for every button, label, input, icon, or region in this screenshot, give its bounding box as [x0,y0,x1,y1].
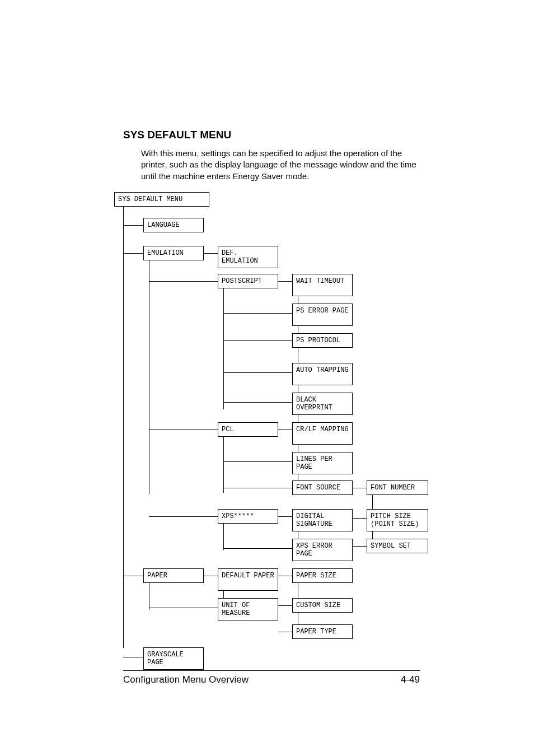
node-def-emulation: DEF. EMULATION [218,246,278,268]
conn-unit-right [278,605,292,606]
conn-ps-error [223,313,292,314]
conn-ps-protocol [223,340,292,341]
conn-emulation [123,253,143,254]
node-paper-type: PAPER TYPE [292,624,353,639]
footer-left: Configuration Menu Overview [123,674,249,685]
node-wait-timeout: WAIT TIMEOUT [292,274,353,296]
intro-paragraph: With this menu, settings can be specifie… [141,148,420,182]
conn-paper [123,576,143,576]
conn-font-source [223,488,292,488]
conn-ps-spine [223,288,224,409]
node-default-paper: DEFAULT PAPER [218,568,278,591]
conn-font-source-right [353,488,367,488]
conn-paper-type2 [278,632,292,632]
conn-lpp [223,461,292,462]
node-crlf-mapping: CR/LF MAPPING [292,422,353,445]
footer-page-number: 4-49 [401,674,420,685]
conn-language [123,225,143,226]
node-ps-error-page: PS ERROR PAGE [292,304,353,326]
node-unit-of-measure: UNIT OF MEASURE [218,598,278,620]
conn-pcl-spine [223,437,224,493]
conn-paper-right [204,576,218,576]
conn-pitch [353,518,367,519]
conn-pcl-right [278,430,292,430]
node-black-overprint: BLACK OVERPRINT [292,393,353,415]
node-lines-per-page: LINES PER PAGE [292,452,353,474]
conn-xps-error [223,548,292,549]
conn-auto-trap [223,372,292,373]
node-font-number: FONT NUMBER [367,480,428,495]
node-symbol-set: SYMBOL SET [367,539,428,553]
node-pitch-size: PITCH SIZE (POINT SIZE) [367,509,428,531]
node-root: SYS DEFAULT MENU [114,192,209,207]
node-custom-size: CUSTOM SIZE [292,598,353,613]
section-heading: SYS DEFAULT MENU [123,129,420,141]
node-grayscale-page: GRAYSCALE PAGE [143,647,204,670]
conn-pcl [149,430,218,430]
node-pcl: PCL [218,422,278,437]
node-paper: PAPER [143,568,204,583]
conn-emu-spine [149,260,149,494]
node-xps-error-page: XPS ERROR PAGE [292,539,353,561]
conn-symbol-set [353,546,367,547]
conn-ps-right [278,281,292,282]
node-paper-size: PAPER SIZE [292,568,353,583]
conn-unit [149,608,218,608]
node-xps: XPS***** [218,509,278,524]
conn-xps [149,516,218,517]
conn-def-emu [204,253,218,254]
conn-black-over [223,402,292,403]
node-auto-trapping: AUTO TRAPPING [292,363,353,385]
node-emulation: EMULATION [143,246,204,260]
conn-postscript [149,281,218,282]
conn-grayscale [123,657,143,657]
page: SYS DEFAULT MENU With this menu, setting… [0,0,534,685]
conn-xps-right [278,516,292,517]
conn-default-paper-right [278,576,292,576]
conn-paper-spine [149,583,149,610]
node-language: LANGUAGE [143,218,204,232]
page-footer: Configuration Menu Overview 4-49 [123,670,420,685]
conn-spine [123,207,124,648]
node-postscript: POSTSCRIPT [218,274,278,288]
conn-xps-spine [223,524,224,550]
menu-diagram: SYS DEFAULT MENU LANGUAGE EMULATION DEF.… [114,192,428,662]
node-digital-signature: DIGITAL SIGNATURE [292,509,353,531]
node-font-source: FONT SOURCE [292,480,353,495]
node-ps-protocol: PS PROTOCOL [292,333,353,348]
